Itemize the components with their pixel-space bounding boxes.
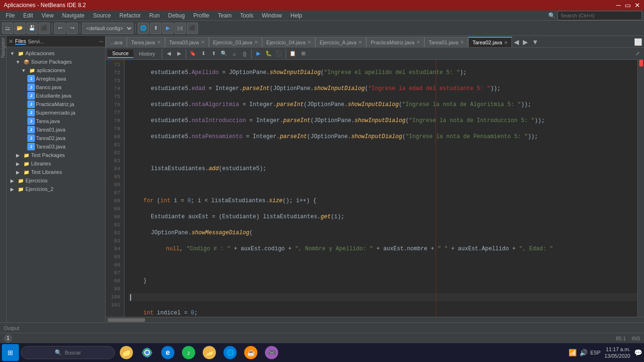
tab-tarea01[interactable]: Tarea01.java ✕ bbox=[424, 37, 468, 47]
globe-btn[interactable]: 🌐 bbox=[138, 23, 149, 34]
open-btn[interactable]: 📂 bbox=[14, 23, 25, 34]
minimize-button[interactable]: ─ bbox=[616, 1, 621, 9]
menu-edit[interactable]: Edit bbox=[19, 11, 37, 20]
taskbar-file-explorer[interactable]: 📁 bbox=[117, 344, 136, 361]
menu-source[interactable]: Source bbox=[89, 11, 115, 20]
tab-scroll-right-btn[interactable]: ▶ bbox=[521, 37, 530, 47]
run2-btn[interactable]: ▷| bbox=[174, 23, 186, 34]
prev-bookmark-btn[interactable]: ⬆ bbox=[209, 49, 218, 58]
tree-item-supermercado[interactable]: J Supermercado.ja bbox=[7, 108, 105, 117]
next-bookmark-btn[interactable]: ⬇ bbox=[198, 49, 208, 58]
tab-close-btn[interactable]: ✕ bbox=[460, 40, 464, 45]
output-tab[interactable]: Output bbox=[4, 325, 19, 331]
tab-close-btn[interactable]: ✕ bbox=[358, 40, 362, 45]
debug-line-btn[interactable]: 🐛 bbox=[264, 49, 273, 58]
redo-btn[interactable]: ↪ bbox=[66, 23, 78, 34]
panel-minimize-btn[interactable]: ─ bbox=[99, 38, 103, 45]
history-tab[interactable]: History bbox=[134, 50, 160, 58]
taskbar-files[interactable]: 📂 bbox=[200, 344, 219, 361]
run-btn[interactable]: ▶ bbox=[162, 23, 173, 34]
tree-item-tarea01[interactable]: J Tarea01.java bbox=[7, 125, 105, 134]
stop-btn[interactable]: ⬛ bbox=[187, 23, 198, 34]
clock[interactable]: 11:17 a.m. 13/05/2020 bbox=[604, 346, 630, 360]
code-editor[interactable]: 71 72 73 74 75 76 77 78 79 80 81 82 83 8… bbox=[106, 60, 644, 317]
tree-item-aplicaciones-pkg[interactable]: ▼ 📁 aplicaciones bbox=[7, 66, 105, 74]
tab-ejercicioa[interactable]: Ejercicio_A.java ✕ bbox=[315, 37, 366, 47]
h-scroll-thumb[interactable] bbox=[107, 318, 145, 322]
run-line-btn[interactable]: ▶ bbox=[254, 49, 263, 58]
tab-ejercicio03[interactable]: Ejercicio_03.java ✕ bbox=[209, 37, 262, 47]
menu-window[interactable]: Window bbox=[258, 11, 286, 20]
tree-item-ejercicios[interactable]: ▶ 📁 Ejercicios bbox=[7, 176, 105, 185]
save-all-btn[interactable]: ⬛ bbox=[39, 23, 50, 34]
taskbar-app6[interactable]: 🎮 bbox=[262, 344, 281, 361]
close-button[interactable]: ✕ bbox=[635, 1, 640, 9]
source-tab[interactable]: Source bbox=[107, 49, 133, 58]
tree-item-ejercicios2[interactable]: ▶ 📁 Ejercicios_2 bbox=[7, 185, 105, 193]
menu-view[interactable]: View bbox=[38, 11, 58, 20]
task-btn[interactable]: 📋 bbox=[288, 49, 297, 58]
tab-tarea[interactable]: Tarea.java ✕ bbox=[127, 37, 165, 47]
tree-item-banco[interactable]: J Banco.java bbox=[7, 83, 105, 91]
tree-item-estudiante[interactable]: J Estudiante.java bbox=[7, 91, 105, 100]
menu-debug[interactable]: Debug bbox=[165, 11, 189, 20]
menu-team[interactable]: Team bbox=[214, 11, 235, 20]
tab-close-btn[interactable]: ✕ bbox=[416, 40, 420, 45]
new-project-btn[interactable]: 🗂 bbox=[2, 23, 13, 34]
tab-tarea03[interactable]: Tarea03.java ✕ bbox=[165, 37, 209, 47]
find-btn[interactable]: ⌕ bbox=[230, 49, 239, 58]
search-btn[interactable]: 🔍 bbox=[219, 49, 229, 58]
tree-item-tarea03[interactable]: J Tarea03.java bbox=[7, 142, 105, 151]
save-btn[interactable]: 💾 bbox=[26, 23, 38, 34]
tab-tarea02[interactable]: Tarea02.java ✕ bbox=[468, 37, 512, 47]
tree-item-tarea[interactable]: J Tarea.java bbox=[7, 117, 105, 125]
tab-expand-btn[interactable]: ⬜ bbox=[632, 37, 644, 47]
panel-close-btn[interactable]: ✕ bbox=[8, 38, 13, 45]
tab-scroll-left-btn[interactable]: ◀ bbox=[512, 37, 521, 47]
tree-item-arreglos[interactable]: J Arreglos.java bbox=[7, 74, 105, 83]
menu-run[interactable]: Run bbox=[146, 11, 164, 20]
menu-file[interactable]: File bbox=[2, 11, 18, 20]
menu-profile[interactable]: Profile bbox=[190, 11, 213, 20]
back-btn[interactable]: ◀ bbox=[164, 49, 173, 58]
tree-item-practica[interactable]: J PracticaMatriz.ja bbox=[7, 100, 105, 108]
global-search-input[interactable] bbox=[557, 11, 642, 20]
tree-item-test-packages[interactable]: ▶ 📁 Test Packages bbox=[7, 151, 105, 159]
tab-practicamatriz[interactable]: PracticaMatriz.java ✕ bbox=[366, 37, 424, 47]
up-btn[interactable]: ⬆ bbox=[150, 23, 161, 34]
services-tab[interactable]: Servi... bbox=[28, 39, 44, 44]
notification-badge[interactable]: 1 bbox=[4, 334, 12, 343]
tree-item-libraries[interactable]: ▶ 📁 Libraries bbox=[7, 159, 105, 168]
tab-ava[interactable]: ...ava bbox=[106, 37, 127, 47]
config-select[interactable]: <default config> bbox=[82, 23, 133, 34]
tab-close-btn[interactable]: ✕ bbox=[254, 40, 258, 45]
tree-item-source-packages[interactable]: ▼ 📦 Source Packages bbox=[7, 58, 105, 66]
menu-help[interactable]: Help bbox=[287, 11, 306, 20]
tree-item-tarea02[interactable]: J Tarea02.java bbox=[7, 134, 105, 142]
taskbar-spotify[interactable]: ♪ bbox=[179, 344, 198, 361]
taskbar-edge[interactable]: e bbox=[158, 344, 177, 361]
h-scrollbar[interactable] bbox=[106, 317, 644, 322]
files-tab[interactable]: Files bbox=[15, 38, 26, 45]
tab-ejercicio04[interactable]: Ejercicio_04.java ✕ bbox=[262, 37, 315, 47]
start-button[interactable]: ⊞ bbox=[2, 344, 19, 361]
tab-close-btn[interactable]: ✕ bbox=[504, 40, 508, 45]
tab-close-btn[interactable]: ✕ bbox=[157, 40, 161, 45]
maximize-button[interactable]: ▭ bbox=[625, 1, 631, 9]
code-content[interactable]: estudiante5.Apellido = JOptionPane.showI… bbox=[124, 60, 644, 317]
menu-navigate[interactable]: Navigate bbox=[58, 11, 88, 20]
code-fold-btn[interactable]: {} bbox=[240, 49, 249, 58]
notification-center-icon[interactable]: 💬 bbox=[634, 349, 642, 356]
undo-btn[interactable]: ↩ bbox=[54, 23, 66, 34]
taskbar-app5[interactable]: 🌐 bbox=[221, 344, 239, 361]
menu-refactor[interactable]: Refactor bbox=[116, 11, 144, 20]
tab-menu-btn[interactable]: ▼ bbox=[530, 37, 540, 47]
tab-close-btn[interactable]: ✕ bbox=[201, 40, 205, 45]
taskbar-netbeans[interactable]: ☕ bbox=[241, 344, 260, 361]
grid-btn[interactable]: ⊞ bbox=[298, 49, 308, 58]
tree-item-test-libraries[interactable]: ▶ 📁 Test Libraries bbox=[7, 168, 105, 176]
taskbar-chrome[interactable] bbox=[138, 344, 157, 361]
tree-item-aplicaciones[interactable]: ▼ 📁 Aplicaciones bbox=[7, 49, 105, 58]
toggle-bookmark-btn[interactable]: 🔖 bbox=[188, 49, 198, 58]
stop-line-btn[interactable]: ⬛ bbox=[274, 49, 284, 58]
